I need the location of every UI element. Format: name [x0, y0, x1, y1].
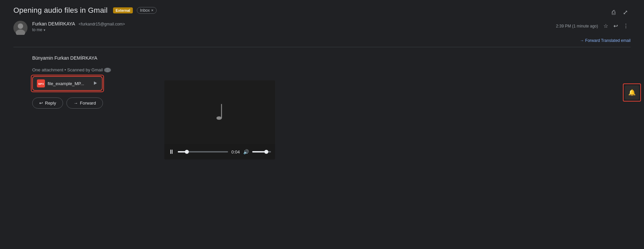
star-button[interactable]: ☆ [601, 21, 610, 31]
sender-info: Furkan DEMİRKAYA <furkandr15@gmail.com> … [32, 21, 551, 32]
top-right-actions: ⎙ ⤢ [609, 6, 631, 19]
message-actions: ☆ ↩ ⋮ [601, 21, 631, 31]
volume-thumb [264, 150, 268, 154]
audio-visual: ♩ [164, 80, 275, 144]
reply-action-button[interactable]: ↩ Reply [32, 98, 63, 109]
more-vert-icon: ⋮ [623, 23, 629, 29]
sender-name: Furkan DEMİRKAYA [32, 21, 75, 26]
audio-player-inner: ♩ ⏸ 0:04 🔊 [164, 80, 275, 160]
svg-point-1 [18, 23, 23, 29]
recipient-line: to me ▾ [32, 27, 551, 32]
file-name: file_example_MP... [48, 81, 84, 86]
recipient-label: to me [32, 27, 42, 32]
open-in-new-button[interactable]: ⤢ [620, 6, 631, 19]
send-time: 2:39 PM (1 minute ago) [556, 24, 598, 28]
sender-row: Furkan DEMİRKAYA <furkandr15@gmail.com> … [13, 18, 631, 37]
reply-icon: ↩ [613, 23, 618, 29]
music-note-icon: ♩ [215, 100, 225, 125]
body-greeting: Bünyamin Furkan DEMİRKAYA [32, 55, 631, 61]
volume-fill [252, 151, 266, 152]
file-type-icon: MP3 [37, 79, 45, 87]
badge-external: External [113, 7, 133, 13]
forward-action-label: Forward [80, 101, 96, 106]
forward-translated-label: → Forward Translated email [580, 38, 631, 43]
sender-name-line: Furkan DEMİRKAYA <furkandr15@gmail.com> [32, 21, 551, 27]
attachment-label: One attachment • Scanned by Gmail ⓘ [32, 67, 631, 73]
forward-action-icon: → [73, 101, 78, 106]
reply-action-icon: ↩ [39, 101, 43, 106]
far-right-bell-container: 🔔 [620, 85, 644, 100]
star-icon: ☆ [603, 23, 608, 29]
sender-email: <furkandr15@gmail.com> [78, 22, 125, 26]
divider [13, 47, 631, 47]
progress-thumb [185, 150, 189, 154]
progress-track[interactable] [178, 151, 228, 152]
download-icon [93, 80, 98, 87]
avatar [13, 21, 28, 35]
time-display: 0:04 [231, 149, 240, 154]
email-subject: Opening audio files in Gmail [13, 6, 108, 15]
print-button[interactable]: ⎙ [609, 6, 618, 19]
reply-button[interactable]: ↩ [611, 21, 620, 31]
inbox-close-icon[interactable]: × [151, 8, 154, 13]
audio-controls: ⏸ 0:04 🔊 [164, 144, 275, 160]
bell-highlight-wrapper: 🔔 [625, 85, 639, 100]
attachment-scanned: • Scanned by Gmail [64, 67, 103, 72]
email-header: Opening audio files in Gmail External In… [13, 0, 631, 18]
attachment-count: One attachment [32, 67, 63, 72]
progress-fill [178, 151, 187, 152]
bell-highlight [623, 83, 641, 102]
badge-inbox[interactable]: Inbox × [137, 7, 156, 14]
recipient-expand-icon[interactable]: ▾ [44, 28, 45, 32]
reply-action-label: Reply [45, 101, 56, 106]
open-in-new-icon: ⤢ [623, 9, 628, 16]
forward-action-button[interactable]: → Forward [66, 98, 103, 109]
more-options-button[interactable]: ⋮ [621, 21, 631, 31]
volume-track[interactable] [252, 151, 271, 152]
attachment-file[interactable]: MP3 file_example_MP... [32, 76, 103, 91]
attachment-info-icon[interactable]: ⓘ [104, 68, 111, 72]
inbox-label: Inbox [140, 8, 150, 13]
audio-player: ♩ ⏸ 0:04 🔊 [164, 80, 275, 160]
email-body: Bünyamin Furkan DEMİRKAYA One attachment… [13, 49, 631, 91]
volume-icon: 🔊 [243, 149, 249, 154]
pause-button[interactable]: ⏸ [168, 148, 174, 155]
forward-translated-bar[interactable]: → Forward Translated email [13, 37, 631, 46]
print-icon: ⎙ [612, 9, 615, 16]
sender-meta: 2:39 PM (1 minute ago) ☆ ↩ ⋮ [556, 21, 631, 31]
pause-icon: ⏸ [168, 148, 174, 155]
email-actions: ↩ Reply → Forward [13, 91, 631, 115]
attachment-section: One attachment • Scanned by Gmail ⓘ MP3 [32, 67, 631, 91]
svg-text:MP3: MP3 [38, 82, 44, 85]
